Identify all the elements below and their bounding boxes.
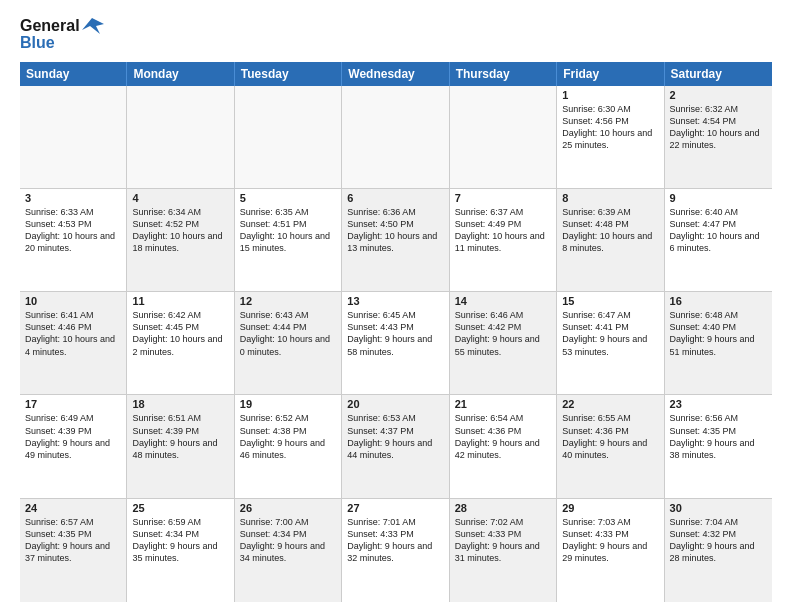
header-day-thursday: Thursday [450,62,557,86]
day-number: 11 [132,295,228,307]
day-number: 25 [132,502,228,514]
calendar-cell: 1Sunrise: 6:30 AM Sunset: 4:56 PM Daylig… [557,86,664,188]
day-number: 5 [240,192,336,204]
day-number: 19 [240,398,336,410]
header-day-saturday: Saturday [665,62,772,86]
day-info: Sunrise: 7:02 AM Sunset: 4:33 PM Dayligh… [455,516,551,565]
day-info: Sunrise: 6:47 AM Sunset: 4:41 PM Dayligh… [562,309,658,358]
day-number: 10 [25,295,121,307]
day-number: 15 [562,295,658,307]
day-number: 14 [455,295,551,307]
calendar-row-4: 17Sunrise: 6:49 AM Sunset: 4:39 PM Dayli… [20,395,772,498]
calendar-cell: 10Sunrise: 6:41 AM Sunset: 4:46 PM Dayli… [20,292,127,394]
day-number: 7 [455,192,551,204]
day-number: 26 [240,502,336,514]
calendar-cell: 27Sunrise: 7:01 AM Sunset: 4:33 PM Dayli… [342,499,449,602]
logo-bird-icon [82,16,104,36]
day-info: Sunrise: 6:46 AM Sunset: 4:42 PM Dayligh… [455,309,551,358]
day-number: 6 [347,192,443,204]
day-number: 24 [25,502,121,514]
calendar-cell: 25Sunrise: 6:59 AM Sunset: 4:34 PM Dayli… [127,499,234,602]
day-info: Sunrise: 6:59 AM Sunset: 4:34 PM Dayligh… [132,516,228,565]
calendar: SundayMondayTuesdayWednesdayThursdayFrid… [20,62,772,602]
calendar-cell: 24Sunrise: 6:57 AM Sunset: 4:35 PM Dayli… [20,499,127,602]
day-info: Sunrise: 6:56 AM Sunset: 4:35 PM Dayligh… [670,412,767,461]
calendar-cell: 9Sunrise: 6:40 AM Sunset: 4:47 PM Daylig… [665,189,772,291]
day-info: Sunrise: 6:54 AM Sunset: 4:36 PM Dayligh… [455,412,551,461]
day-number: 28 [455,502,551,514]
logo-container: General Blue [20,16,104,52]
day-number: 17 [25,398,121,410]
day-info: Sunrise: 6:53 AM Sunset: 4:37 PM Dayligh… [347,412,443,461]
header: General Blue [20,16,772,52]
calendar-cell: 17Sunrise: 6:49 AM Sunset: 4:39 PM Dayli… [20,395,127,497]
calendar-cell: 23Sunrise: 6:56 AM Sunset: 4:35 PM Dayli… [665,395,772,497]
day-number: 8 [562,192,658,204]
day-info: Sunrise: 6:30 AM Sunset: 4:56 PM Dayligh… [562,103,658,152]
day-info: Sunrise: 6:37 AM Sunset: 4:49 PM Dayligh… [455,206,551,255]
day-info: Sunrise: 7:03 AM Sunset: 4:33 PM Dayligh… [562,516,658,565]
calendar-cell: 6Sunrise: 6:36 AM Sunset: 4:50 PM Daylig… [342,189,449,291]
day-number: 4 [132,192,228,204]
calendar-cell: 20Sunrise: 6:53 AM Sunset: 4:37 PM Dayli… [342,395,449,497]
logo-text-blue: Blue [20,34,104,52]
header-day-wednesday: Wednesday [342,62,449,86]
header-day-friday: Friday [557,62,664,86]
day-number: 27 [347,502,443,514]
day-number: 13 [347,295,443,307]
calendar-cell [20,86,127,188]
day-number: 30 [670,502,767,514]
calendar-cell: 2Sunrise: 6:32 AM Sunset: 4:54 PM Daylig… [665,86,772,188]
day-number: 9 [670,192,767,204]
calendar-cell: 3Sunrise: 6:33 AM Sunset: 4:53 PM Daylig… [20,189,127,291]
day-info: Sunrise: 6:43 AM Sunset: 4:44 PM Dayligh… [240,309,336,358]
day-info: Sunrise: 6:41 AM Sunset: 4:46 PM Dayligh… [25,309,121,358]
day-number: 2 [670,89,767,101]
day-info: Sunrise: 6:40 AM Sunset: 4:47 PM Dayligh… [670,206,767,255]
day-number: 18 [132,398,228,410]
day-info: Sunrise: 6:49 AM Sunset: 4:39 PM Dayligh… [25,412,121,461]
day-number: 22 [562,398,658,410]
calendar-cell [342,86,449,188]
calendar-cell: 14Sunrise: 6:46 AM Sunset: 4:42 PM Dayli… [450,292,557,394]
day-number: 3 [25,192,121,204]
day-info: Sunrise: 6:39 AM Sunset: 4:48 PM Dayligh… [562,206,658,255]
day-info: Sunrise: 7:00 AM Sunset: 4:34 PM Dayligh… [240,516,336,565]
calendar-row-1: 1Sunrise: 6:30 AM Sunset: 4:56 PM Daylig… [20,86,772,189]
day-info: Sunrise: 6:57 AM Sunset: 4:35 PM Dayligh… [25,516,121,565]
calendar-cell: 21Sunrise: 6:54 AM Sunset: 4:36 PM Dayli… [450,395,557,497]
day-number: 16 [670,295,767,307]
calendar-cell: 30Sunrise: 7:04 AM Sunset: 4:32 PM Dayli… [665,499,772,602]
day-number: 23 [670,398,767,410]
calendar-cell [450,86,557,188]
calendar-row-2: 3Sunrise: 6:33 AM Sunset: 4:53 PM Daylig… [20,189,772,292]
day-number: 20 [347,398,443,410]
day-info: Sunrise: 6:51 AM Sunset: 4:39 PM Dayligh… [132,412,228,461]
calendar-row-3: 10Sunrise: 6:41 AM Sunset: 4:46 PM Dayli… [20,292,772,395]
header-day-monday: Monday [127,62,234,86]
calendar-cell: 22Sunrise: 6:55 AM Sunset: 4:36 PM Dayli… [557,395,664,497]
day-info: Sunrise: 7:04 AM Sunset: 4:32 PM Dayligh… [670,516,767,565]
day-info: Sunrise: 6:35 AM Sunset: 4:51 PM Dayligh… [240,206,336,255]
page: General Blue SundayMondayTuesdayWednesda… [0,0,792,612]
day-info: Sunrise: 7:01 AM Sunset: 4:33 PM Dayligh… [347,516,443,565]
calendar-cell: 5Sunrise: 6:35 AM Sunset: 4:51 PM Daylig… [235,189,342,291]
calendar-cell: 26Sunrise: 7:00 AM Sunset: 4:34 PM Dayli… [235,499,342,602]
calendar-cell: 11Sunrise: 6:42 AM Sunset: 4:45 PM Dayli… [127,292,234,394]
calendar-cell: 15Sunrise: 6:47 AM Sunset: 4:41 PM Dayli… [557,292,664,394]
day-number: 1 [562,89,658,101]
calendar-cell [127,86,234,188]
day-info: Sunrise: 6:36 AM Sunset: 4:50 PM Dayligh… [347,206,443,255]
calendar-cell: 8Sunrise: 6:39 AM Sunset: 4:48 PM Daylig… [557,189,664,291]
calendar-body: 1Sunrise: 6:30 AM Sunset: 4:56 PM Daylig… [20,86,772,602]
calendar-cell: 13Sunrise: 6:45 AM Sunset: 4:43 PM Dayli… [342,292,449,394]
calendar-cell: 4Sunrise: 6:34 AM Sunset: 4:52 PM Daylig… [127,189,234,291]
day-info: Sunrise: 6:33 AM Sunset: 4:53 PM Dayligh… [25,206,121,255]
day-number: 12 [240,295,336,307]
calendar-row-5: 24Sunrise: 6:57 AM Sunset: 4:35 PM Dayli… [20,499,772,602]
calendar-cell [235,86,342,188]
header-day-sunday: Sunday [20,62,127,86]
calendar-header: SundayMondayTuesdayWednesdayThursdayFrid… [20,62,772,86]
day-info: Sunrise: 6:34 AM Sunset: 4:52 PM Dayligh… [132,206,228,255]
calendar-cell: 28Sunrise: 7:02 AM Sunset: 4:33 PM Dayli… [450,499,557,602]
